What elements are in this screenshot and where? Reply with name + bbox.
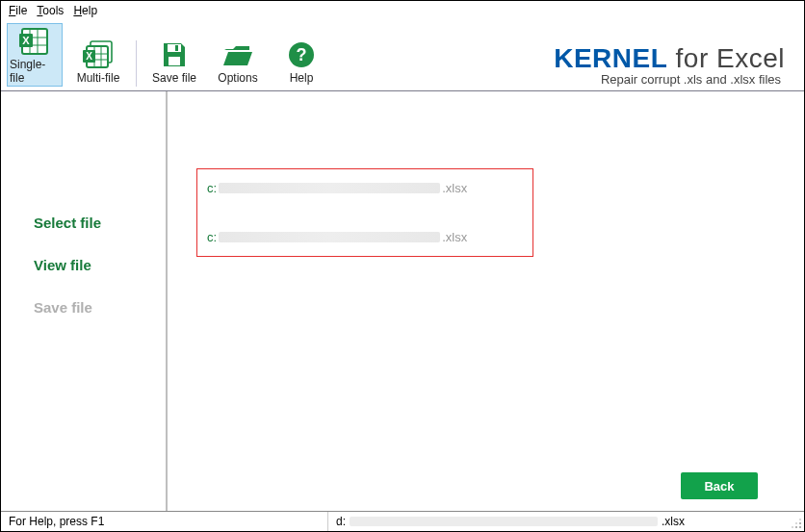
svg-point-25 [799,519,801,520]
excel-multi-icon: X [80,39,117,70]
sidebar-save-file: Save file [34,286,166,328]
redacted-status-path [350,517,658,526]
menu-tools[interactable]: Tools [37,4,64,17]
svg-point-20 [799,526,801,528]
toolbar-separator [136,40,137,87]
drive-letter: c: [207,230,217,244]
sidebar-view-file[interactable]: View file [34,243,166,286]
svg-text:X: X [86,51,92,62]
svg-point-23 [792,526,793,528]
brand-block: KERNEL for Excel Repair corrupt .xls and… [554,39,798,87]
file-list-highlight: c: .xlsx c: .xlsx [196,168,533,257]
content-pane: c: .xlsx c: .xlsx Back [168,91,804,511]
tool-label: Options [218,71,257,85]
help-button[interactable]: ? Help [273,37,329,87]
sidebar-select-file[interactable]: Select file [34,201,166,243]
file-path-row[interactable]: c: .xlsx [207,230,523,244]
save-icon [156,39,193,70]
brand-tagline: Repair corrupt .xls and .xlsx files [554,72,785,87]
brand-rest: for Excel [667,43,785,73]
redacted-path [219,232,440,242]
brand-strong: KERNEL [554,43,667,73]
single-file-button[interactable]: X Single-file [7,23,63,87]
menu-file[interactable]: File [9,4,27,17]
resize-grip[interactable] [789,512,804,531]
toolbar: X Single-file X Multi-file [1,20,804,90]
status-path: d: .xlsx [328,512,789,531]
options-button[interactable]: Options [210,37,266,87]
tool-label: Help [290,71,314,85]
status-ext: .xlsx [662,515,685,528]
back-button-label: Back [704,479,734,494]
menu-bar: File Tools Help [1,1,804,20]
svg-point-24 [795,522,797,524]
svg-rect-15 [168,44,181,52]
multi-file-button[interactable]: X Multi-file [70,37,126,87]
main-area: Select file View file Save file c: .xlsx… [1,91,804,511]
status-help-text: For Help, press F1 [1,512,328,531]
help-icon: ? [283,39,320,70]
back-button[interactable]: Back [681,472,758,499]
excel-single-icon: X [16,26,53,57]
file-extension: .xlsx [442,181,467,195]
file-extension: .xlsx [442,230,467,244]
tool-label: Multi-file [77,71,120,85]
redacted-path [219,183,440,193]
tool-label: Save file [152,71,196,85]
folder-open-icon [220,39,256,70]
svg-text:X: X [22,35,30,46]
save-file-button[interactable]: Save file [146,37,202,87]
svg-rect-16 [169,57,180,65]
status-bar: For Help, press F1 d: .xlsx [1,511,804,531]
menu-help[interactable]: Help [73,4,97,17]
drive-letter: c: [207,181,217,195]
svg-point-22 [799,522,801,524]
sidebar: Select file View file Save file [1,91,168,511]
tool-label: Single-file [10,58,60,85]
svg-text:?: ? [297,45,307,64]
svg-rect-17 [175,45,178,51]
file-path-row[interactable]: c: .xlsx [207,181,523,195]
svg-point-21 [795,526,797,528]
brand-title: KERNEL for Excel [554,43,785,74]
status-drive: d: [336,515,346,528]
